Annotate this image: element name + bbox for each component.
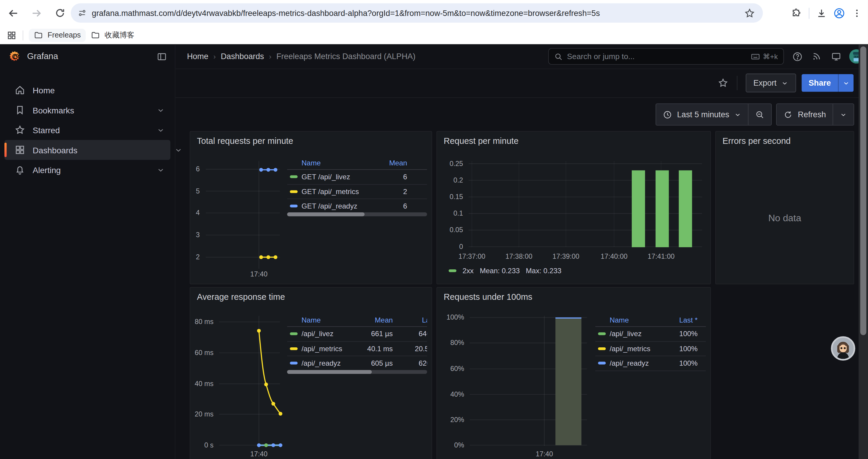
series-name[interactable]: 2xx xyxy=(462,267,473,275)
url-text[interactable]: grafana.mathmast.com/d/deytv4rwavabkb/fr… xyxy=(92,8,744,18)
legend-inline: 2xx Mean: 0.233 Max: 0.233 xyxy=(449,267,562,275)
bookmark-folder-freeleaps[interactable]: Freeleaps xyxy=(29,28,86,42)
series-name[interactable]: /api/_readyz xyxy=(610,359,659,367)
series-name[interactable]: /api/_readyz xyxy=(302,359,365,367)
apps-grid-icon[interactable] xyxy=(6,30,17,40)
zoom-out-button[interactable] xyxy=(748,104,771,125)
time-range-picker[interactable]: Last 5 minutes xyxy=(656,104,748,125)
grafana-logo[interactable] xyxy=(9,50,21,62)
export-button[interactable]: Export xyxy=(746,73,796,93)
site-info-icon[interactable] xyxy=(78,8,87,18)
browser-menu-button[interactable] xyxy=(848,4,866,22)
search-placeholder: Search or jump to... xyxy=(567,52,750,61)
dock-sidebar-icon[interactable] xyxy=(157,51,167,62)
chevron-down-icon[interactable] xyxy=(157,106,165,114)
series-mean: Mean: 0.233 xyxy=(480,267,520,275)
x-tick: 17:39:00 xyxy=(544,252,588,261)
legend-col-name[interactable]: Name xyxy=(302,158,365,167)
legend-row: /api/_livez 100% xyxy=(595,327,706,342)
browser-address-bar[interactable]: grafana.mathmast.com/d/deytv4rwavabkb/fr… xyxy=(71,3,763,23)
chevron-down-icon xyxy=(840,111,847,118)
browser-reload-button[interactable] xyxy=(50,4,69,23)
sidebar-item-starred[interactable]: Starred xyxy=(4,120,170,140)
browser-back-button[interactable] xyxy=(4,4,23,23)
sidebar-item-label: Bookmarks xyxy=(32,105,156,115)
downloads-button[interactable] xyxy=(813,4,831,22)
browser-forward-button[interactable] xyxy=(27,4,46,23)
legend-col-last[interactable]: Last * xyxy=(659,316,698,324)
series-name[interactable]: GET /api/_livez xyxy=(302,173,365,181)
legend-row: /api/_readyz 100% xyxy=(595,356,706,371)
reload-icon xyxy=(54,8,65,18)
series-mean: 40.1 ms xyxy=(365,345,393,353)
sidebar-item-alerting[interactable]: Alerting xyxy=(4,160,170,179)
bell-icon xyxy=(14,164,25,175)
series-name[interactable]: /api/_livez xyxy=(610,330,659,338)
grafana-brand[interactable]: Grafana xyxy=(27,52,58,61)
share-button[interactable]: Share xyxy=(802,74,838,92)
series-swatch-blue xyxy=(290,362,298,364)
bookmarks-bar: Freeleaps 收藏博客 xyxy=(0,26,868,44)
browser-toolbar-icons xyxy=(788,0,868,26)
breadcrumb-current: Freeleaps Metrics Dashboard (ALPHA) xyxy=(276,52,415,61)
sidebar-item-bookmarks[interactable]: Bookmarks xyxy=(4,100,170,120)
series-name[interactable]: GET /api/_metrics xyxy=(302,187,365,196)
bookmark-star-icon[interactable] xyxy=(744,7,755,18)
time-range-label: Last 5 minutes xyxy=(677,110,730,119)
legend-col-name[interactable]: Name xyxy=(302,316,365,324)
legend-table: Name Mean Last * /api/_livez 661 µs 646 … xyxy=(287,313,427,385)
time-range-group: Last 5 minutes xyxy=(656,103,772,126)
refresh-interval-button[interactable] xyxy=(833,104,854,125)
help-button[interactable] xyxy=(791,50,803,62)
floating-assistant-avatar[interactable] xyxy=(831,336,855,360)
legend-col-mean[interactable]: Mean xyxy=(365,158,407,167)
dashboards-grid-icon xyxy=(14,144,25,155)
legend-scrollbar[interactable] xyxy=(287,212,427,216)
y-tick: 0.25 xyxy=(441,159,463,168)
news-button[interactable] xyxy=(810,50,823,62)
legend-header: Name Last * xyxy=(595,313,706,327)
grafana-header: Grafana Home › Dashboards › Freeleaps Me… xyxy=(0,44,868,69)
display-button[interactable] xyxy=(830,50,842,62)
bookmark-folder-blogs[interactable]: 收藏博客 xyxy=(86,28,140,42)
page-scrollbar[interactable] xyxy=(859,44,868,459)
series-name[interactable]: /api/_metrics xyxy=(610,345,659,353)
series-last: 100% xyxy=(659,345,698,353)
home-icon xyxy=(14,85,25,95)
legend-scrollbar[interactable] xyxy=(287,370,427,374)
share-menu-button[interactable] xyxy=(838,74,854,92)
breadcrumb-dashboards[interactable]: Dashboards xyxy=(221,52,264,61)
x-tick: 17:40 xyxy=(522,450,567,458)
panel-title[interactable]: Errors per second xyxy=(722,136,790,146)
folder-icon xyxy=(34,30,43,40)
refresh-button[interactable]: Refresh xyxy=(777,104,833,125)
legend-row: /api/_metrics 40.1 ms 20.5 ms xyxy=(287,341,427,356)
y-tick: 5 xyxy=(190,187,200,196)
legend-col-name[interactable]: Name xyxy=(610,316,659,324)
sidebar-item-dashboards[interactable]: Dashboards xyxy=(4,140,170,160)
x-tick: 17:40:00 xyxy=(592,252,637,261)
series-name[interactable]: /api/_livez xyxy=(302,330,365,338)
chevron-down-icon[interactable] xyxy=(157,166,165,174)
legend-header: Name Mean Last * xyxy=(287,313,427,327)
grafana-header-left: Grafana xyxy=(0,44,176,68)
y-tick: 40 ms xyxy=(190,380,214,388)
legend-col-last[interactable]: Last * xyxy=(393,316,427,324)
series-name[interactable]: GET /api/_readyz xyxy=(302,202,365,210)
legend-col-mean[interactable]: Mean xyxy=(365,316,393,324)
sidebar-item-home[interactable]: Home xyxy=(4,80,170,100)
profile-button[interactable] xyxy=(831,4,848,22)
assistant-avatar-image xyxy=(833,338,854,359)
extensions-button[interactable] xyxy=(788,4,805,22)
series-name[interactable]: /api/_metrics xyxy=(302,345,365,353)
series-mean: 6 xyxy=(365,202,407,210)
y-tick: 20 ms xyxy=(190,410,214,419)
scrollbar-thumb[interactable] xyxy=(860,46,867,335)
chevron-down-icon[interactable] xyxy=(157,126,165,134)
search-input[interactable]: Search or jump to... ⌘+k xyxy=(548,48,784,65)
dashboard-area: Export Share Last 5 minutes xyxy=(176,68,859,459)
breadcrumb-home[interactable]: Home xyxy=(187,52,208,61)
series-swatch-yellow xyxy=(290,190,298,193)
refresh-label: Refresh xyxy=(798,110,826,119)
favorite-star-icon[interactable] xyxy=(717,77,728,88)
